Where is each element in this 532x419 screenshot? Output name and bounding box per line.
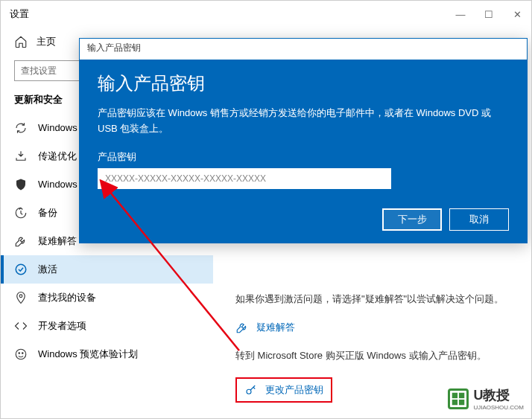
dialog-header: 输入产品密钥: [80, 39, 527, 60]
svg-rect-8: [459, 392, 464, 397]
sync-icon: [14, 121, 28, 135]
dialog-title: 输入产品密钥: [98, 71, 509, 95]
help-text: 如果你遇到激活问题，请选择"疑难解答"以尝试解决这个问题。: [235, 292, 516, 306]
delivery-icon: [14, 150, 28, 163]
svg-rect-9: [452, 399, 457, 404]
nav-label: Windows 预览体验计划: [38, 348, 138, 361]
nav-label: 开发者选项: [38, 319, 86, 333]
sidebar-item-insider[interactable]: Windows 预览体验计划: [14, 340, 213, 368]
nav-label: 备份: [38, 206, 57, 220]
dialog-description: 产品密钥应该在 Windows 销售方或经销方发送给你的电子邮件中，或者在 Wi…: [98, 106, 509, 137]
sidebar-item-findmy[interactable]: 查找我的设备: [14, 284, 213, 312]
next-button[interactable]: 下一步: [382, 208, 442, 231]
dialog-body: 输入产品密钥 产品密钥应该在 Windows 销售方或经销方发送给你的电子邮件中…: [80, 60, 527, 243]
troubleshoot-link[interactable]: 疑难解答: [235, 321, 516, 334]
sidebar-item-developer[interactable]: 开发者选项: [14, 312, 213, 340]
logo-badge-icon: [448, 388, 469, 409]
svg-point-2: [16, 349, 26, 359]
insider-icon: [14, 348, 28, 361]
wrench-icon: [14, 234, 28, 248]
nav-label: 查找我的设备: [38, 291, 96, 304]
nav-label: 激活: [38, 263, 57, 276]
close-button[interactable]: ✕: [512, 9, 522, 20]
titlebar: 设置 — ☐ ✕: [1, 1, 531, 28]
svg-point-0: [16, 264, 26, 275]
dialog-buttons: 下一步 取消: [382, 208, 509, 231]
change-key-link[interactable]: 更改产品密钥: [235, 377, 332, 403]
svg-rect-10: [459, 399, 464, 404]
svg-rect-7: [452, 392, 457, 397]
store-text: 转到 Microsoft Store 购买正版 Windows 或输入产品密钥。: [235, 349, 516, 362]
backup-icon: [14, 206, 28, 220]
svg-point-1: [19, 295, 22, 298]
sidebar-item-activation[interactable]: 激活: [1, 255, 213, 284]
change-key-label: 更改产品密钥: [265, 383, 323, 397]
watermark-logo: U教授 UJIAOSHOU.COM: [448, 386, 524, 411]
svg-point-3: [19, 353, 20, 354]
checkmark-icon: [14, 263, 28, 276]
product-key-input[interactable]: XXXXX-XXXXX-XXXXX-XXXXX-XXXXX: [98, 168, 391, 189]
search-placeholder: 查找设置: [21, 65, 57, 77]
window-controls: — ☐ ✕: [455, 9, 522, 20]
home-label: 主页: [37, 35, 56, 48]
window-title: 设置: [10, 7, 29, 21]
minimize-button[interactable]: —: [455, 9, 466, 20]
svg-point-4: [22, 353, 24, 354]
nav-label: 疑难解答: [38, 234, 77, 248]
nav-label: 传递优化: [38, 150, 77, 163]
svg-point-5: [247, 389, 251, 394]
product-key-dialog: 输入产品密钥 输入产品密钥 产品密钥应该在 Windows 销售方或经销方发送给…: [79, 38, 528, 243]
logo-subtext: UJIAOSHOU.COM: [473, 404, 524, 411]
logo-text: U教授: [473, 386, 524, 404]
key-icon: [244, 383, 258, 397]
troubleshoot-label: 疑难解答: [256, 321, 295, 334]
maximize-button[interactable]: ☐: [484, 9, 494, 20]
home-icon: [14, 35, 28, 48]
field-label: 产品密钥: [98, 150, 509, 164]
shield-icon: [14, 178, 28, 191]
input-placeholder: XXXXX-XXXXX-XXXXX-XXXXX-XXXXX: [105, 173, 266, 184]
cancel-button[interactable]: 取消: [449, 208, 509, 231]
wrench-icon: [235, 321, 249, 334]
location-icon: [14, 291, 28, 304]
code-icon: [14, 319, 28, 333]
